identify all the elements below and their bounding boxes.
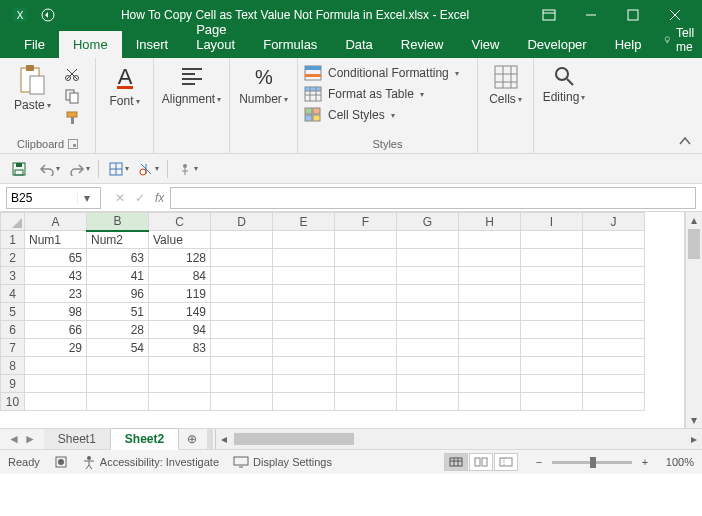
alignment-button[interactable]: Alignment▾ [154, 62, 229, 108]
cell-J9[interactable] [583, 375, 645, 393]
cell-F10[interactable] [335, 393, 397, 411]
row-header-6[interactable]: 6 [1, 321, 25, 339]
row-header-10[interactable]: 10 [1, 393, 25, 411]
cell-A9[interactable] [25, 375, 87, 393]
cell-G6[interactable] [397, 321, 459, 339]
cell-J5[interactable] [583, 303, 645, 321]
save-button[interactable] [8, 158, 30, 180]
cell-A5[interactable]: 98 [25, 303, 87, 321]
tell-me[interactable]: Tell me [655, 22, 702, 58]
tab-page-layout[interactable]: Page Layout [182, 16, 249, 58]
tab-review[interactable]: Review [387, 31, 458, 58]
tab-help[interactable]: Help [601, 31, 656, 58]
undo-button[interactable]: ▾ [38, 158, 60, 180]
scroll-down[interactable]: ▾ [686, 412, 702, 428]
cell-H10[interactable] [459, 393, 521, 411]
sheet-tab-Sheet1[interactable]: Sheet1 [44, 429, 111, 449]
cell-E6[interactable] [273, 321, 335, 339]
cell-G5[interactable] [397, 303, 459, 321]
maximize-button[interactable] [612, 0, 654, 30]
cell-A7[interactable]: 29 [25, 339, 87, 357]
col-header-C[interactable]: C [149, 213, 211, 231]
cell-A8[interactable] [25, 357, 87, 375]
cell-C5[interactable]: 149 [149, 303, 211, 321]
fx-label[interactable]: fx [153, 191, 170, 205]
cell-J4[interactable] [583, 285, 645, 303]
cell-J7[interactable] [583, 339, 645, 357]
cell-H1[interactable] [459, 231, 521, 249]
conditional-formatting-button[interactable]: Conditional Formatting▾ [304, 64, 459, 82]
cell-I4[interactable] [521, 285, 583, 303]
cell-J2[interactable] [583, 249, 645, 267]
cells-button[interactable]: Cells▾ [481, 62, 530, 108]
name-box-dropdown[interactable]: ▾ [77, 191, 95, 205]
cell-I6[interactable] [521, 321, 583, 339]
cell-G10[interactable] [397, 393, 459, 411]
cell-H3[interactable] [459, 267, 521, 285]
col-header-I[interactable]: I [521, 213, 583, 231]
formula-input[interactable] [170, 187, 696, 209]
view-normal[interactable] [444, 453, 468, 471]
cell-J10[interactable] [583, 393, 645, 411]
cell-C9[interactable] [149, 375, 211, 393]
display-settings[interactable]: Display Settings [233, 456, 332, 468]
cell-F5[interactable] [335, 303, 397, 321]
col-header-A[interactable]: A [25, 213, 87, 231]
cell-D2[interactable] [211, 249, 273, 267]
row-header-9[interactable]: 9 [1, 375, 25, 393]
zoom-in[interactable]: + [638, 456, 652, 468]
cell-H7[interactable] [459, 339, 521, 357]
cell-D1[interactable] [211, 231, 273, 249]
tab-view[interactable]: View [457, 31, 513, 58]
row-header-3[interactable]: 3 [1, 267, 25, 285]
cell-B8[interactable] [87, 357, 149, 375]
cell-B2[interactable]: 63 [87, 249, 149, 267]
cell-B10[interactable] [87, 393, 149, 411]
row-header-7[interactable]: 7 [1, 339, 25, 357]
row-header-4[interactable]: 4 [1, 285, 25, 303]
scroll-left[interactable]: ◂ [216, 432, 232, 446]
cell-G3[interactable] [397, 267, 459, 285]
cell-I10[interactable] [521, 393, 583, 411]
cell-I9[interactable] [521, 375, 583, 393]
macro-record[interactable] [54, 455, 68, 469]
cell-B5[interactable]: 51 [87, 303, 149, 321]
sheet-nav-prev[interactable]: ◄ [8, 432, 20, 446]
cell-C3[interactable]: 84 [149, 267, 211, 285]
cell-C2[interactable]: 128 [149, 249, 211, 267]
vertical-scrollbar[interactable]: ▴ ▾ [685, 212, 702, 428]
cell-F8[interactable] [335, 357, 397, 375]
cell-F7[interactable] [335, 339, 397, 357]
format-painter-button[interactable] [61, 108, 83, 128]
cell-G8[interactable] [397, 357, 459, 375]
cell-C4[interactable]: 119 [149, 285, 211, 303]
row-header-8[interactable]: 8 [1, 357, 25, 375]
sheet-nav-next[interactable]: ► [24, 432, 36, 446]
qat-custom-1[interactable]: ▾ [107, 158, 129, 180]
cell-A4[interactable]: 23 [25, 285, 87, 303]
cell-J6[interactable] [583, 321, 645, 339]
cell-G2[interactable] [397, 249, 459, 267]
cell-H5[interactable] [459, 303, 521, 321]
cell-E8[interactable] [273, 357, 335, 375]
cell-E10[interactable] [273, 393, 335, 411]
cell-E4[interactable] [273, 285, 335, 303]
cell-F3[interactable] [335, 267, 397, 285]
cell-C1[interactable]: Value [149, 231, 211, 249]
tab-home[interactable]: Home [59, 31, 122, 58]
cell-H6[interactable] [459, 321, 521, 339]
cell-J3[interactable] [583, 267, 645, 285]
copy-button[interactable] [61, 86, 83, 106]
cell-G9[interactable] [397, 375, 459, 393]
select-all-corner[interactable] [1, 213, 25, 231]
cell-I8[interactable] [521, 357, 583, 375]
cell-I1[interactable] [521, 231, 583, 249]
col-header-G[interactable]: G [397, 213, 459, 231]
qat-touch-mode[interactable]: ▾ [176, 158, 198, 180]
accessibility-status[interactable]: Accessibility: Investigate [82, 455, 219, 469]
zoom-track[interactable] [552, 461, 632, 464]
cell-D5[interactable] [211, 303, 273, 321]
tab-data[interactable]: Data [331, 31, 386, 58]
cell-F1[interactable] [335, 231, 397, 249]
row-header-1[interactable]: 1 [1, 231, 25, 249]
